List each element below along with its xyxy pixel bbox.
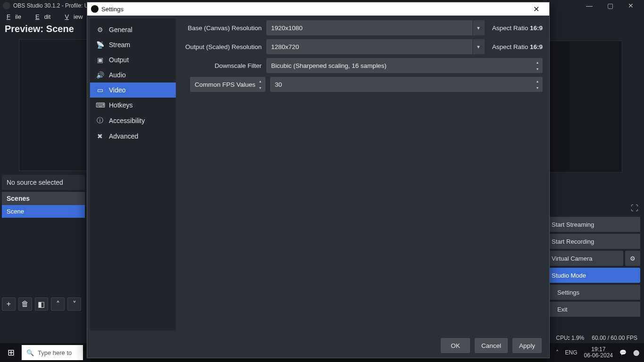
move-scene-down-button[interactable]: ˅ [67, 297, 81, 311]
pop-out-icon[interactable]: ⛶ [629, 203, 640, 214]
sidebar-item-hotkeys[interactable]: ⌨ Hotkeys [90, 98, 176, 113]
apply-button[interactable]: Apply [512, 338, 542, 353]
window-minimize-button[interactable]: — [579, 0, 600, 11]
base-aspect-ratio: Aspect Ratio 16:9 [489, 25, 543, 32]
settings-dialog-footer: OK Cancel Apply [87, 333, 549, 358]
settings-content-video: Base (Canvas) Resolution 1920x1080 ▾ Asp… [179, 16, 549, 333]
ok-button[interactable]: OK [441, 338, 470, 353]
move-scene-up-button[interactable]: ˄ [51, 297, 65, 311]
settings-dialog-titlebar[interactable]: Settings ✕ [87, 2, 549, 16]
output-resolution-label: Output (Scaled) Resolution [182, 43, 262, 50]
base-resolution-select[interactable]: 1920x1080 ▾ [266, 20, 485, 35]
obs-app-icon [3, 2, 10, 9]
status-bar: CPU: 1.9% 60.00 / 60.00 FPS [552, 333, 641, 343]
antenna-icon: 📡 [96, 41, 104, 49]
spin-buttons[interactable]: ▴▾ [533, 78, 542, 91]
virtual-camera-button[interactable]: Virtual Camera [546, 251, 623, 266]
settings-button[interactable]: Settings [546, 285, 640, 300]
base-resolution-label: Base (Canvas) Resolution [182, 25, 262, 32]
output-icon: ▣ [96, 56, 104, 64]
sidebar-item-video[interactable]: ▭ Video [90, 82, 176, 98]
start-button[interactable]: ⊞ [0, 343, 22, 362]
chevron-down-icon[interactable]: ▾ [472, 39, 485, 54]
settings-close-button[interactable]: ✕ [527, 2, 545, 16]
output-resolution-select[interactable]: 1280x720 ▾ [266, 39, 485, 54]
studio-mode-button[interactable]: Studio Mode [546, 268, 640, 283]
exit-button[interactable]: Exit [546, 302, 640, 317]
sidebar-item-accessibility[interactable]: ⓘ Accessibility [90, 113, 176, 129]
no-source-selected: No source selected [2, 175, 85, 190]
spin-buttons[interactable]: ▴▾ [533, 59, 542, 72]
sidebar-item-output[interactable]: ▣ Output [90, 52, 176, 67]
gear-icon: ⚙ [96, 26, 104, 33]
add-scene-button[interactable]: + [2, 297, 16, 311]
settings-dialog: Settings ✕ ⚙ General 📡 Stream ▣ Output 🔊… [87, 2, 550, 358]
window-maximize-button[interactable]: ▢ [600, 0, 620, 11]
tray-lang[interactable]: ENG [565, 349, 578, 356]
scenes-list[interactable]: Scene [2, 205, 85, 295]
controls-panel: Start Streaming Start Recording Virtual … [546, 217, 640, 319]
window-close-button[interactable]: ✕ [620, 0, 641, 11]
menu-edit[interactable]: Edit [31, 12, 60, 21]
sidebar-item-label: Stream [109, 41, 130, 49]
speaker-icon: 🔊 [96, 71, 104, 79]
sidebar-item-label: Accessibility [109, 117, 145, 124]
downscale-filter-label: Downscale Filter [182, 62, 262, 69]
search-icon: 🔍 [26, 349, 34, 356]
start-streaming-button[interactable]: Start Streaming [546, 217, 640, 232]
sidebar-item-label: Output [109, 56, 129, 64]
scene-item[interactable]: Scene [2, 205, 85, 218]
output-aspect-ratio: Aspect Ratio 16:9 [489, 43, 543, 50]
tray-clock[interactable]: 19:17 06-06-2024 [584, 346, 613, 359]
sidebar-item-general[interactable]: ⚙ General [90, 22, 176, 37]
chevron-down-icon[interactable]: ▾ [472, 20, 485, 35]
sidebar-item-label: General [109, 26, 132, 33]
tools-icon: ✖ [96, 132, 104, 140]
cancel-button[interactable]: Cancel [475, 338, 508, 353]
tray-notifications-icon[interactable]: 💬 [619, 349, 627, 356]
settings-sidebar: ⚙ General 📡 Stream ▣ Output 🔊 Audio ▭ Vi… [90, 18, 176, 330]
sidebar-item-audio[interactable]: 🔊 Audio [90, 67, 176, 82]
program-preview [547, 41, 622, 173]
settings-dialog-title: Settings [101, 6, 124, 13]
start-recording-button[interactable]: Start Recording [546, 234, 640, 249]
downscale-filter-select[interactable]: Bicubic (Sharpened scaling, 16 samples) … [266, 58, 543, 73]
sidebar-item-advanced[interactable]: ✖ Advanced [90, 129, 176, 144]
system-tray: ˄ ENG 19:17 06-06-2024 💬 ⬤ [556, 346, 644, 359]
scene-filter-button[interactable]: ◧ [35, 297, 49, 311]
obs-app-icon [91, 5, 99, 13]
scenes-panel-header: Scenes [2, 192, 85, 205]
fps-value-select[interactable]: 30 ▴▾ [270, 77, 543, 92]
menu-file[interactable]: File [2, 12, 31, 21]
sidebar-item-label: Advanced [109, 132, 138, 140]
sidebar-item-stream[interactable]: 📡 Stream [90, 37, 176, 52]
cpu-usage: CPU: 1.9% [556, 335, 584, 341]
scenes-toolbar: + 🗑 ◧ ˄ ˅ [0, 295, 83, 313]
tray-obs-icon[interactable]: ⬤ [633, 349, 639, 356]
sidebar-item-label: Video [109, 86, 126, 94]
taskbar-search[interactable]: 🔍 Type here to [22, 345, 83, 360]
tray-chevron-icon[interactable]: ˄ [556, 349, 559, 356]
sidebar-item-label: Hotkeys [109, 101, 133, 109]
accessibility-icon: ⓘ [96, 116, 104, 125]
fps-mode-select[interactable]: Common FPS Values ▴▾ [190, 77, 265, 92]
sidebar-item-label: Audio [109, 71, 126, 79]
search-placeholder: Type here to [38, 349, 72, 356]
spin-buttons[interactable]: ▴▾ [256, 78, 264, 91]
monitor-icon: ▭ [96, 86, 104, 94]
virtual-camera-settings-button[interactable]: ⚙ [625, 251, 640, 266]
main-window-title: OBS Studio 30.1.2 - Profile: Un [13, 2, 91, 9]
keyboard-icon: ⌨ [96, 101, 104, 109]
fps-display: 60.00 / 60.00 FPS [592, 335, 637, 341]
remove-scene-button[interactable]: 🗑 [18, 297, 32, 311]
